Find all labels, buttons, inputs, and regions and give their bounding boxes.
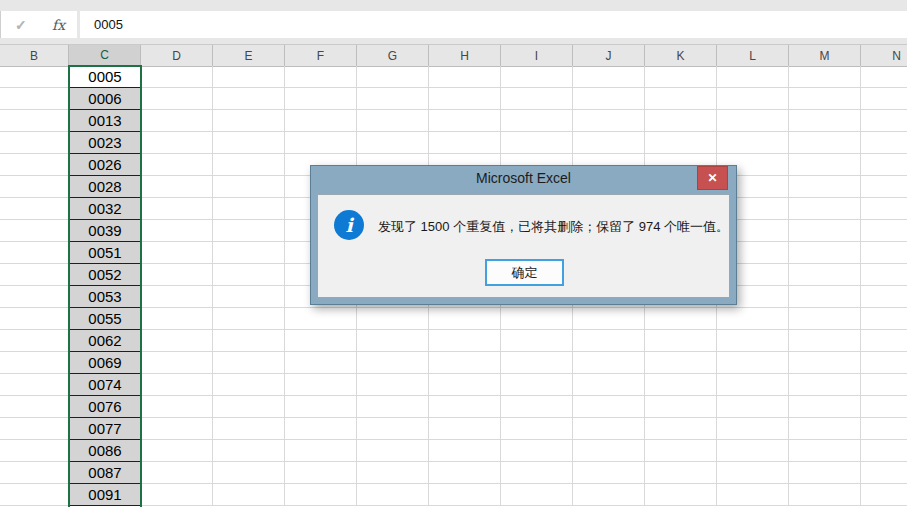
cell-E12[interactable] [213,308,285,330]
cell-F3[interactable] [285,110,357,132]
cell-M8[interactable] [789,220,861,242]
cell-M18[interactable] [789,440,861,462]
cell-L15[interactable] [717,374,789,396]
cell-E17[interactable] [213,418,285,440]
cell-G17[interactable] [357,418,429,440]
cell-F20[interactable] [285,484,357,506]
cell-M3[interactable] [789,110,861,132]
cell-N13[interactable] [861,330,907,352]
cell-D7[interactable] [141,198,213,220]
cell-L2[interactable] [717,88,789,110]
cell-M17[interactable] [789,418,861,440]
cell-K13[interactable] [645,330,717,352]
cell-G1[interactable] [357,66,429,88]
cell-G13[interactable] [357,330,429,352]
cell-N15[interactable] [861,374,907,396]
cell-I15[interactable] [501,374,573,396]
cell-C5[interactable]: 0026 [69,154,141,176]
cell-H20[interactable] [429,484,501,506]
cell-C7[interactable]: 0032 [69,198,141,220]
cell-F15[interactable] [285,374,357,396]
cell-J16[interactable] [573,396,645,418]
cell-F12[interactable] [285,308,357,330]
cell-J3[interactable] [573,110,645,132]
column-header-E[interactable]: E [213,45,285,67]
cell-D8[interactable] [141,220,213,242]
cell-M11[interactable] [789,286,861,308]
cell-L4[interactable] [717,132,789,154]
cell-K17[interactable] [645,418,717,440]
cell-B11[interactable] [0,286,69,308]
cell-I12[interactable] [501,308,573,330]
cell-H17[interactable] [429,418,501,440]
cell-H12[interactable] [429,308,501,330]
cell-C1[interactable]: 0005 [69,66,141,88]
cell-B15[interactable] [0,374,69,396]
cell-E5[interactable] [213,154,285,176]
cell-C6[interactable]: 0028 [69,176,141,198]
cell-H19[interactable] [429,462,501,484]
cell-E9[interactable] [213,242,285,264]
cell-D16[interactable] [141,396,213,418]
cell-I2[interactable] [501,88,573,110]
cell-B9[interactable] [0,242,69,264]
cell-E7[interactable] [213,198,285,220]
column-header-L[interactable]: L [717,45,789,67]
cell-D15[interactable] [141,374,213,396]
cell-H14[interactable] [429,352,501,374]
cell-K14[interactable] [645,352,717,374]
cell-B16[interactable] [0,396,69,418]
cell-L18[interactable] [717,440,789,462]
cell-B18[interactable] [0,440,69,462]
cell-G19[interactable] [357,462,429,484]
cell-F17[interactable] [285,418,357,440]
cell-B13[interactable] [0,330,69,352]
cell-N4[interactable] [861,132,907,154]
cell-M13[interactable] [789,330,861,352]
cell-K4[interactable] [645,132,717,154]
cell-M15[interactable] [789,374,861,396]
cell-D19[interactable] [141,462,213,484]
cell-L19[interactable] [717,462,789,484]
cell-N11[interactable] [861,286,907,308]
cell-I3[interactable] [501,110,573,132]
cell-F1[interactable] [285,66,357,88]
cell-H1[interactable] [429,66,501,88]
cell-L14[interactable] [717,352,789,374]
cell-C19[interactable]: 0087 [69,462,141,484]
cell-E14[interactable] [213,352,285,374]
cell-D17[interactable] [141,418,213,440]
cell-J17[interactable] [573,418,645,440]
cell-D13[interactable] [141,330,213,352]
cell-E19[interactable] [213,462,285,484]
cell-D4[interactable] [141,132,213,154]
cell-B17[interactable] [0,418,69,440]
cell-N5[interactable] [861,154,907,176]
cell-G15[interactable] [357,374,429,396]
cell-J13[interactable] [573,330,645,352]
cell-K20[interactable] [645,484,717,506]
cell-H16[interactable] [429,396,501,418]
cell-C13[interactable]: 0062 [69,330,141,352]
cell-B3[interactable] [0,110,69,132]
cell-F13[interactable] [285,330,357,352]
cell-D9[interactable] [141,242,213,264]
cell-L1[interactable] [717,66,789,88]
column-header-J[interactable]: J [573,45,645,67]
cell-D18[interactable] [141,440,213,462]
cell-C8[interactable]: 0039 [69,220,141,242]
cell-E16[interactable] [213,396,285,418]
cell-E15[interactable] [213,374,285,396]
cell-B6[interactable] [0,176,69,198]
cell-M9[interactable] [789,242,861,264]
cell-J19[interactable] [573,462,645,484]
enter-check-icon[interactable]: ✓ [15,17,27,33]
cell-I19[interactable] [501,462,573,484]
cell-E6[interactable] [213,176,285,198]
cell-K12[interactable] [645,308,717,330]
cell-J12[interactable] [573,308,645,330]
cell-J20[interactable] [573,484,645,506]
cell-D2[interactable] [141,88,213,110]
cell-N8[interactable] [861,220,907,242]
cell-E20[interactable] [213,484,285,506]
